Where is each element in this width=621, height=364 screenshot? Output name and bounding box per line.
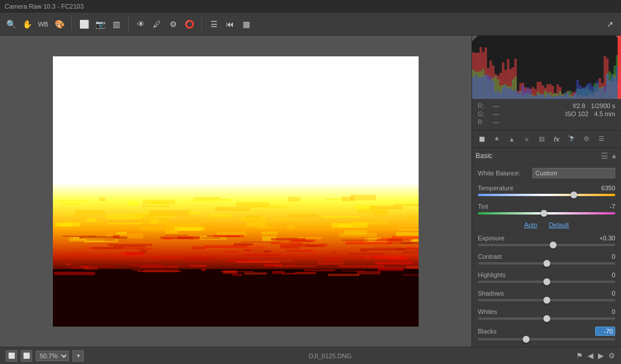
tool-radial[interactable]: ⭕ xyxy=(183,18,195,30)
sep2 xyxy=(128,17,129,31)
clarity-row: Clarity 0 xyxy=(472,345,621,347)
tool-crop[interactable]: ⬜ xyxy=(78,18,90,30)
temperature-thumb[interactable] xyxy=(570,191,577,198)
panel-title: Basic ☰ ▲ xyxy=(472,148,621,164)
tool-filmstrip[interactable]: ▦ xyxy=(240,18,252,30)
contrast-track[interactable] xyxy=(478,262,615,265)
panel-icon-star[interactable]: ★ xyxy=(490,133,503,145)
tool-wb[interactable]: WB xyxy=(37,18,49,30)
panel-icon-presets[interactable]: ☰ xyxy=(595,133,608,145)
panel-icon-calibration[interactable]: ⚙ xyxy=(580,133,593,145)
tint-header: Tint -7 xyxy=(478,203,615,210)
tint-value: -7 xyxy=(595,203,615,210)
g-value: --- xyxy=(493,110,504,117)
blacks-thumb[interactable] xyxy=(523,336,530,343)
tool-heal[interactable]: 📷 xyxy=(94,18,106,30)
tint-thumb[interactable] xyxy=(540,210,547,217)
tool-prefs[interactable]: ☰ xyxy=(208,18,220,30)
photo-canvas xyxy=(53,56,419,327)
whites-row: Whites 0 xyxy=(472,306,621,324)
highlights-header: Highlights 0 xyxy=(478,271,615,278)
zoom-100-btn[interactable]: ⬜ xyxy=(21,350,32,362)
exposure-row: Exposure +0.30 xyxy=(472,232,621,251)
whites-thumb[interactable] xyxy=(543,315,550,322)
canvas-area[interactable] xyxy=(0,36,471,347)
shadows-track[interactable] xyxy=(478,299,615,301)
exif-info: R: --- f/2.8 1/2900 s G: --- ISO 102 4.5… xyxy=(472,99,621,131)
zoom-fit-btn[interactable]: ⬜ xyxy=(6,350,17,362)
status-icon-flag[interactable]: ⚑ xyxy=(576,351,583,360)
temperature-track[interactable] xyxy=(478,194,615,196)
tint-row: Tint -7 xyxy=(472,201,621,219)
status-icon-prev[interactable]: ◀ xyxy=(588,351,593,360)
exposure-thumb[interactable] xyxy=(550,242,557,248)
blacks-track[interactable] xyxy=(478,338,615,340)
tool-settings[interactable]: ⚙ xyxy=(167,18,179,30)
panel-icon-fx[interactable]: fx xyxy=(550,133,563,145)
main-area: R: --- f/2.8 1/2900 s G: --- ISO 102 4.5… xyxy=(0,36,621,347)
default-button[interactable]: Default xyxy=(549,221,569,228)
tool-redeye[interactable]: 👁 xyxy=(135,18,147,30)
panel-menu-icon[interactable]: ☰ xyxy=(601,151,608,160)
zoom-select[interactable]: 50.7% 25% 50% 100% xyxy=(36,351,69,361)
status-right: ⚑ ◀ ▶ ⚙ xyxy=(576,351,615,360)
status-bar: ⬜ ⬜ 50.7% 25% 50% 100% ▾ DJI_0125.DNG ⚑ … xyxy=(0,347,621,364)
shutter: 1/2900 s xyxy=(591,102,615,109)
panel-icon-triangle[interactable]: ▲ xyxy=(505,133,518,145)
shadows-header: Shadows 0 xyxy=(478,290,615,297)
highlights-track[interactable] xyxy=(478,281,615,283)
auto-default-row: Auto Default xyxy=(472,219,621,232)
whites-header: Whites 0 xyxy=(478,308,615,315)
tool-brush[interactable]: 🖊 xyxy=(151,18,163,30)
exposure-track[interactable] xyxy=(478,244,615,246)
contrast-row: Contrast 0 xyxy=(472,251,621,269)
exif-row-r: R: --- f/2.8 1/2900 s xyxy=(478,102,615,109)
tool-fullscreen[interactable]: ↗ xyxy=(604,18,616,30)
adjustments-panel: Basic ☰ ▲ White Balance: Custom Auto Day… xyxy=(472,148,621,347)
highlights-thumb[interactable] xyxy=(543,278,550,285)
app-title: Camera Raw 10.3 - FC2103 xyxy=(5,3,84,10)
status-icon-adjust[interactable]: ⚙ xyxy=(608,351,615,360)
exposure-header: Exposure +0.30 xyxy=(478,235,615,242)
blacks-value[interactable]: -70 xyxy=(595,327,615,336)
histogram xyxy=(472,36,621,99)
shadows-row: Shadows 0 xyxy=(472,288,621,306)
contrast-value: 0 xyxy=(595,253,615,260)
wb-select[interactable]: Custom Auto Daylight Cloudy Shade Tungst… xyxy=(532,168,615,178)
whites-track[interactable] xyxy=(478,317,615,320)
right-panel: R: --- f/2.8 1/2900 s G: --- ISO 102 4.5… xyxy=(471,36,621,347)
iso: ISO 102 xyxy=(565,110,588,117)
panel-icon-hsl[interactable]: ≡ xyxy=(520,133,533,145)
tool-gradient[interactable]: ▥ xyxy=(110,18,122,30)
panel-icon-lens[interactable]: 🔭 xyxy=(565,133,578,145)
panel-collapse-icon[interactable]: ▲ xyxy=(611,152,618,160)
contrast-header: Contrast 0 xyxy=(478,253,615,260)
white-balance-row: White Balance: Custom Auto Daylight Clou… xyxy=(472,164,621,182)
tint-label: Tint xyxy=(478,203,595,210)
auto-button[interactable]: Auto xyxy=(524,221,538,228)
contrast-thumb[interactable] xyxy=(543,260,550,267)
tool-prev[interactable]: ⏮ xyxy=(224,18,236,30)
tint-track[interactable] xyxy=(478,212,615,214)
highlights-value: 0 xyxy=(595,271,615,278)
r-value: --- xyxy=(493,102,504,109)
panel-icon-grey[interactable]: ▤ xyxy=(535,133,548,145)
r-label: R: xyxy=(478,102,488,109)
tool-hand[interactable]: ✋ xyxy=(21,18,33,30)
shadows-label: Shadows xyxy=(478,290,595,297)
sep3 xyxy=(201,17,202,31)
tool-zoom[interactable]: 🔍 xyxy=(5,18,17,30)
blacks-header: Blacks -70 xyxy=(478,327,615,336)
toolbar: 🔍 ✋ WB 🎨 ⬜ 📷 ▥ 👁 🖊 ⚙ ⭕ ☰ ⏮ ▦ ↗ xyxy=(0,13,621,36)
b-label: B: xyxy=(478,118,488,125)
contrast-label: Contrast xyxy=(478,253,595,260)
histogram-canvas xyxy=(472,36,621,99)
panel-icon-basic[interactable]: ▦ xyxy=(476,133,488,145)
status-icon-next[interactable]: ▶ xyxy=(598,351,604,360)
zoom-dropdown-btn[interactable]: ▾ xyxy=(72,350,84,362)
shadows-thumb[interactable] xyxy=(543,297,550,304)
whites-label: Whites xyxy=(478,308,595,315)
highlights-row: Highlights 0 xyxy=(472,269,621,288)
temperature-row: Temperature 6350 xyxy=(472,182,621,201)
tool-color[interactable]: 🎨 xyxy=(53,18,66,30)
